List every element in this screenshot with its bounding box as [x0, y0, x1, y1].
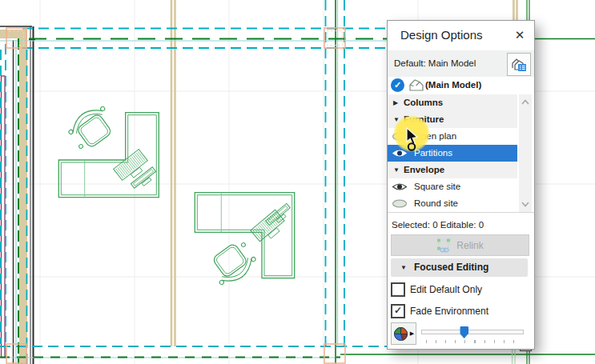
focused-editing-label: Focused Editing [414, 262, 488, 273]
model-house-icon [409, 79, 424, 91]
scroll-up-icon[interactable] [519, 96, 532, 109]
main-model-row[interactable]: ✓ (Main Model) [388, 77, 534, 94]
option-partitions[interactable]: Partitions [388, 145, 517, 162]
active-check-icon: ✓ [391, 78, 404, 92]
fade-slider-ticks [426, 340, 521, 343]
desk-1 [58, 113, 159, 198]
main-model-label: (Main Model) [425, 80, 481, 90]
eye-closed-icon[interactable] [392, 198, 409, 209]
scroll-down-icon[interactable] [519, 198, 532, 210]
relink-icon [436, 238, 452, 253]
fade-slider[interactable] [420, 322, 527, 346]
option-open-plan[interactable]: Open plan [388, 128, 517, 145]
option-set-columns[interactable]: ▶ Columns [388, 94, 517, 111]
focused-editing-header[interactable]: ▼ Focused Editing [391, 258, 528, 277]
panel-title: Design Options [400, 28, 483, 42]
relink-button[interactable]: Relink [391, 234, 529, 256]
fade-slider-thumb[interactable] [460, 326, 468, 338]
option-square-site[interactable]: Square site [388, 178, 517, 195]
stacked-models-icon [510, 56, 528, 73]
eye-open-icon[interactable] [392, 148, 409, 158]
desk-2 [195, 193, 294, 278]
chevron-down-icon[interactable]: ▼ [393, 116, 400, 123]
chair-2 [205, 238, 259, 290]
fade-environment-checkbox[interactable]: ✓ [391, 304, 405, 318]
option-set-envelope[interactable]: ▼ Envelope [388, 162, 517, 178]
design-options-dialog-button[interactable] [507, 53, 531, 76]
option-round-site[interactable]: Round site [388, 195, 517, 212]
design-option-list: ▶ Columns ▼ Furniture Open plan Partitio… [388, 94, 534, 213]
keyboard-1 [114, 150, 151, 185]
flyout-arrow-icon: ▶ [410, 330, 414, 337]
relink-label: Relink [456, 240, 483, 251]
chevron-down-icon[interactable]: ▼ [393, 166, 400, 174]
list-scrollbar[interactable] [519, 94, 532, 212]
chevron-down-icon: ▼ [400, 264, 407, 271]
option-set-furniture[interactable]: ▼ Furniture [388, 111, 517, 128]
fade-controls-row: ▶ [388, 322, 534, 346]
edit-default-only-checkbox[interactable] [391, 282, 405, 297]
panel-titlebar[interactable]: Design Options ✕ [388, 21, 534, 50]
eye-closed-icon[interactable] [392, 131, 409, 142]
chair-1 [65, 102, 119, 154]
design-options-panel: Design Options ✕ Default: Main Model ✓ (… [387, 20, 535, 350]
close-icon[interactable]: ✕ [513, 28, 527, 42]
selection-status: Selected: 0 Editable: 0 [392, 220, 484, 230]
chevron-right-icon[interactable]: ▶ [393, 99, 398, 106]
eye-open-icon[interactable] [392, 182, 409, 192]
teal-solid-lines [0, 0, 387, 364]
default-model-row: Default: Main Model [388, 50, 534, 77]
color-wheel-icon [393, 326, 408, 342]
fade-slider-track[interactable] [421, 330, 524, 334]
graphics-override-button[interactable]: ▶ [391, 322, 416, 345]
maroon-detail-rect [2, 76, 6, 358]
default-model-label: Default: Main Model [394, 58, 476, 68]
